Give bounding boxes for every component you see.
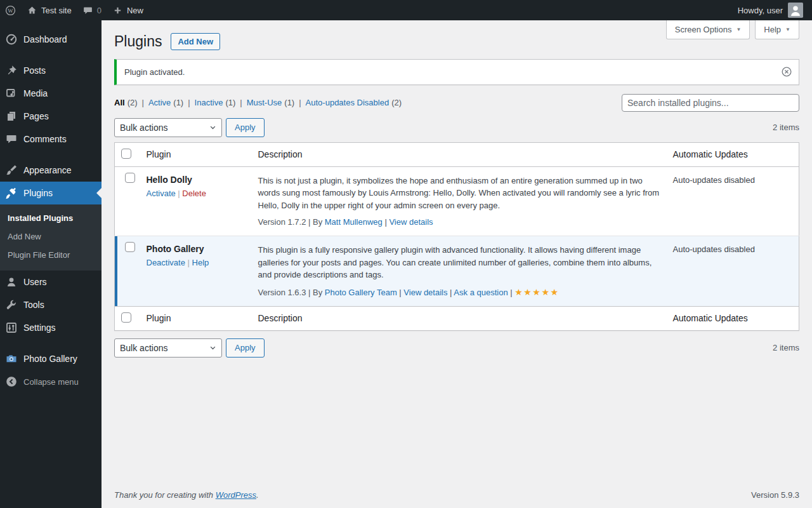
home-icon <box>27 5 37 16</box>
view-details-link[interactable]: View details <box>403 288 447 297</box>
filter-count: (2) <box>391 98 402 107</box>
sidebar: DashboardPostsMediaPagesCommentsAppearan… <box>0 20 102 508</box>
sidebar-item-label: Collapse menu <box>23 377 79 387</box>
media-icon <box>5 87 18 100</box>
sidebar-item-collapse-menu[interactable]: Collapse menu <box>0 370 102 393</box>
sidebar-item-label: Appearance <box>23 165 72 175</box>
author-link[interactable]: Matt Mullenweg <box>325 217 383 227</box>
row-checkbox-hello-dolly[interactable] <box>125 173 135 183</box>
sidebar-item-settings[interactable]: Settings <box>0 316 102 339</box>
sidebar-item-label: Settings <box>23 323 56 333</box>
wrench-icon <box>5 298 18 311</box>
items-count: 2 items <box>773 343 799 352</box>
column-header-plugin: Plugin <box>140 306 252 330</box>
main-content: Screen Options ▼ Help ▼ Plugins Add New … <box>102 20 812 508</box>
help-label: Help <box>764 25 781 34</box>
filter-count: (1) <box>173 98 183 107</box>
page-title: Plugins <box>114 32 162 51</box>
sidebar-item-appearance[interactable]: Appearance <box>0 159 102 182</box>
star-rating[interactable]: ★★★★★ <box>514 287 559 297</box>
submenu-item-add-new[interactable]: Add New <box>0 227 102 246</box>
gauge-icon <box>5 33 18 46</box>
deactivate-link[interactable]: Deactivate <box>147 258 185 267</box>
activate-link[interactable]: Activate <box>147 189 176 198</box>
admin-bar: W Test site 0 New Howdy, user <box>0 0 812 20</box>
sidebar-item-tools[interactable]: Tools <box>0 293 102 316</box>
submenu-item-plugin-file-editor[interactable]: Plugin File Editor <box>0 246 102 264</box>
screen-options-label: Screen Options <box>675 25 732 34</box>
circle-x-icon <box>781 70 792 79</box>
filter-link-all[interactable]: All <box>114 98 125 107</box>
add-new-button[interactable]: Add New <box>171 33 220 50</box>
sliders-icon <box>5 321 18 334</box>
sidebar-item-users[interactable]: Users <box>0 271 102 293</box>
dismiss-notice-button[interactable] <box>781 66 792 77</box>
wordpress-logo-icon[interactable]: W <box>5 5 16 16</box>
admin-bar-account[interactable]: Howdy, user <box>738 3 803 18</box>
sidebar-item-label: Plugins <box>23 188 53 198</box>
sidebar-item-photo-gallery[interactable]: Photo Gallery <box>0 347 102 370</box>
row-checkbox-photo-gallery[interactable] <box>125 242 135 252</box>
sidebar-item-pages[interactable]: Pages <box>0 105 102 128</box>
select-all-checkbox[interactable] <box>121 149 131 159</box>
admin-bar-new[interactable]: New <box>112 5 143 16</box>
filter-inactive: Inactive(1)| <box>195 98 247 107</box>
filter-count: (2) <box>128 98 138 107</box>
apply-button[interactable]: Apply <box>226 338 265 358</box>
bulk-actions-select[interactable]: Bulk actions <box>114 338 222 358</box>
sidebar-item-label: Comments <box>23 134 67 144</box>
plugin-description: This plugin is a fully responsive galler… <box>258 244 660 281</box>
ask-a-question-link[interactable]: Ask a question <box>454 288 508 297</box>
plugin-row-hello-dolly: Hello DollyActivate | DeleteThis is not … <box>115 166 799 236</box>
view-details-link[interactable]: View details <box>389 217 433 227</box>
sidebar-item-dashboard[interactable]: Dashboard <box>0 28 102 51</box>
column-header-plugin: Plugin <box>140 142 252 166</box>
filter-link-active[interactable]: Active <box>148 98 171 107</box>
comments-count: 0 <box>97 6 102 15</box>
filter-link-must-use[interactable]: Must-Use <box>247 98 282 107</box>
sidebar-item-label: Media <box>23 88 48 98</box>
filter-auto-updates-disabled: Auto-updates Disabled(2) <box>306 98 402 107</box>
footer-thanks: Thank you for creating with WordPress. <box>114 490 259 500</box>
comment-icon <box>82 5 93 16</box>
plugin-row-photo-gallery: Photo GalleryDeactivate | HelpThis plugi… <box>115 236 799 307</box>
plugin-description: This is not just a plugin, it symbolizes… <box>258 175 660 212</box>
site-name-label: Test site <box>41 6 72 15</box>
admin-bar-comments[interactable]: 0 <box>82 5 102 16</box>
bulk-actions-select[interactable]: Bulk actions <box>114 118 222 137</box>
sidebar-item-posts[interactable]: Posts <box>0 59 102 82</box>
items-count: 2 items <box>773 123 799 132</box>
submenu-item-installed-plugins[interactable]: Installed Plugins <box>0 209 102 227</box>
filter-all: All(2)| <box>114 98 148 107</box>
screen-options-button[interactable]: Screen Options ▼ <box>666 20 750 39</box>
sidebar-item-media[interactable]: Media <box>0 82 102 105</box>
delete-link[interactable]: Delete <box>182 189 206 198</box>
sidebar-item-plugins[interactable]: Plugins <box>0 182 102 204</box>
help-button[interactable]: Help ▼ <box>755 20 799 39</box>
sidebar-item-comments[interactable]: Comments <box>0 128 102 150</box>
page-footer: Thank you for creating with WordPress. V… <box>102 490 812 508</box>
plugins-submenu: Installed PluginsAdd NewPlugin File Edit… <box>0 204 102 271</box>
filter-separator: | <box>240 98 242 107</box>
pin-icon <box>5 64 18 77</box>
filter-count: (1) <box>284 98 294 107</box>
sidebar-item-label: Users <box>23 277 47 287</box>
comments-icon <box>5 133 18 145</box>
wordpress-link[interactable]: WordPress <box>216 490 256 500</box>
help-link[interactable]: Help <box>192 258 209 267</box>
plugin-meta: Version 1.7.2 | By Matt Mullenweg | View… <box>258 217 660 227</box>
filter-link-auto-updates-disabled[interactable]: Auto-updates Disabled <box>306 98 390 107</box>
filter-link-inactive[interactable]: Inactive <box>195 98 223 107</box>
filter-separator: | <box>142 98 144 107</box>
sidebar-item-label: Tools <box>23 300 44 310</box>
admin-bar-site-name[interactable]: Test site <box>27 5 72 16</box>
author-link[interactable]: Photo Gallery Team <box>325 288 397 297</box>
auto-updates-status: Auto-updates disabled <box>667 166 799 236</box>
admin-menu: DashboardPostsMediaPagesCommentsAppearan… <box>0 28 102 393</box>
select-all-checkbox[interactable] <box>121 312 131 323</box>
apply-button[interactable]: Apply <box>226 118 265 137</box>
search-input[interactable] <box>622 94 799 112</box>
howdy-label: Howdy, user <box>738 6 783 15</box>
filter-separator: | <box>188 98 190 107</box>
row-actions: Deactivate | Help <box>147 258 246 267</box>
